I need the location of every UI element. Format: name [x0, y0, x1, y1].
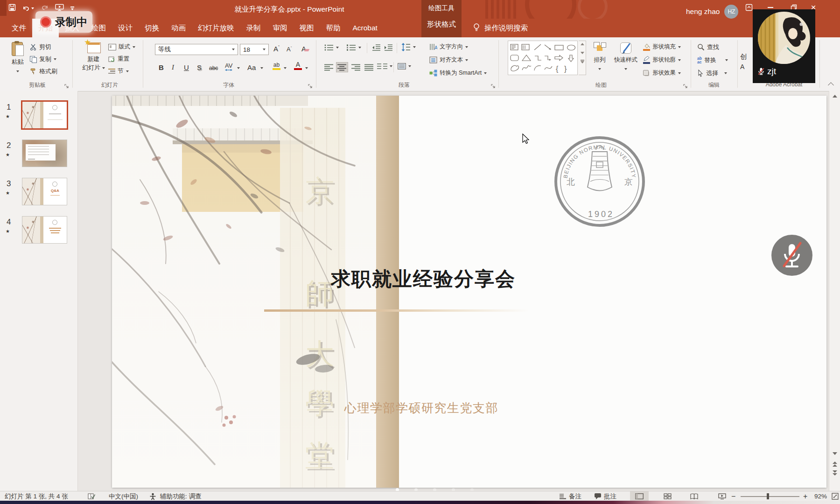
- slide-counter[interactable]: 幻灯片 第 1 张, 共 4 张: [5, 491, 68, 501]
- strikethrough-button[interactable]: abc: [209, 65, 218, 71]
- arrange-button[interactable]: 排列: [589, 42, 610, 72]
- format-painter-button[interactable]: 格式刷: [30, 67, 57, 76]
- align-center-button[interactable]: [336, 62, 348, 72]
- zoom-out-button[interactable]: −: [731, 491, 735, 501]
- tab-record[interactable]: 录制: [240, 19, 267, 37]
- slide-title[interactable]: 求职就业经验分享会: [245, 266, 602, 292]
- reading-view-button[interactable]: [685, 491, 703, 501]
- align-right-button[interactable]: [350, 62, 362, 72]
- account-user-name[interactable]: heng zhao: [686, 7, 720, 16]
- shape-outline-button[interactable]: 形状轮廓: [643, 56, 681, 64]
- font-color-button[interactable]: A: [294, 61, 302, 70]
- columns-chevron[interactable]: [390, 65, 392, 67]
- clear-formatting-button[interactable]: A: [301, 45, 309, 53]
- decrease-font-button[interactable]: Aˇ: [287, 46, 292, 53]
- paste-dropdown-chevron[interactable]: [16, 70, 19, 72]
- shape-effects-chevron[interactable]: [678, 72, 681, 74]
- gallery-more-icon[interactable]: [581, 61, 584, 63]
- previous-slide-button[interactable]: [833, 462, 837, 467]
- text-direction-button[interactable]: A 文字方向: [429, 43, 468, 51]
- reset-button[interactable]: 重置: [108, 55, 129, 63]
- normal-view-button[interactable]: [630, 491, 649, 501]
- vertical-scrollbar[interactable]: [829, 91, 840, 491]
- clipboard-dialog-launcher-icon[interactable]: [64, 82, 69, 91]
- decrease-indent-button[interactable]: [372, 44, 381, 53]
- font-name-combo[interactable]: 等线: [155, 44, 238, 55]
- cut-button[interactable]: 剪切: [30, 43, 51, 51]
- scroll-down-icon[interactable]: [833, 452, 837, 455]
- smartart-chevron[interactable]: [484, 72, 487, 74]
- tab-file[interactable]: 文件: [6, 19, 32, 37]
- zoom-level[interactable]: 92%: [814, 491, 827, 501]
- add-remove-columns-button[interactable]: [398, 63, 411, 70]
- italic-button[interactable]: I: [172, 63, 174, 71]
- animation-star-icon[interactable]: ★: [6, 229, 10, 234]
- quick-styles-button[interactable]: 快速样式: [611, 42, 640, 72]
- select-chevron[interactable]: [724, 72, 727, 74]
- add-remove-columns-chevron[interactable]: [408, 65, 411, 67]
- find-button[interactable]: 查找: [697, 43, 719, 51]
- replace-chevron[interactable]: [725, 59, 728, 61]
- animation-star-icon[interactable]: ★: [6, 152, 10, 157]
- font-dialog-launcher-icon[interactable]: [308, 82, 313, 91]
- create-pdf-button-clipped[interactable]: 创 A: [740, 51, 752, 72]
- justify-button[interactable]: [363, 62, 375, 72]
- bullets-button[interactable]: [324, 44, 339, 51]
- account-avatar[interactable]: HZ: [724, 5, 738, 19]
- tell-me-lightbulb-icon[interactable]: [472, 22, 481, 35]
- shape-fill-chevron[interactable]: [678, 46, 681, 48]
- tab-animations[interactable]: 动画: [165, 19, 192, 37]
- fit-slide-to-window-icon[interactable]: [832, 491, 839, 501]
- slide-canvas[interactable]: 京京 師師 大大 學學 堂堂: [112, 96, 826, 488]
- slide-subtitle[interactable]: 心理学部学硕研究生党支部: [281, 400, 561, 416]
- replace-button[interactable]: abac 替换: [697, 56, 728, 64]
- line-spacing-chevron[interactable]: [413, 46, 416, 48]
- shape-outline-chevron[interactable]: [678, 59, 681, 61]
- accessibility-icon[interactable]: [149, 491, 156, 501]
- section-dropdown-chevron[interactable]: [126, 70, 129, 72]
- paragraph-dialog-launcher-icon[interactable]: [491, 82, 496, 91]
- change-case-button[interactable]: Aa: [247, 63, 256, 71]
- tell-me-search[interactable]: 操作说明搜索: [484, 23, 528, 33]
- font-name-chevron[interactable]: [232, 49, 235, 50]
- new-slide-dropdown-chevron[interactable]: [102, 67, 105, 69]
- tab-slideshow[interactable]: 幻灯片放映: [192, 19, 240, 37]
- font-size-combo[interactable]: 18: [240, 44, 269, 55]
- spellcheck-icon[interactable]: [88, 491, 95, 501]
- zoom-slider-thumb[interactable]: [767, 493, 769, 499]
- text-shadow-button[interactable]: S: [197, 63, 202, 71]
- numbering-chevron[interactable]: [358, 47, 361, 49]
- zoom-in-button[interactable]: +: [803, 491, 807, 501]
- gallery-scroll-down-icon[interactable]: [581, 52, 584, 54]
- slide-thumbnail-1[interactable]: [22, 102, 67, 128]
- gallery-scroll-up-icon[interactable]: [581, 43, 584, 45]
- animation-star-icon[interactable]: ★: [6, 190, 10, 196]
- bullets-chevron[interactable]: [336, 47, 339, 49]
- webcam-overlay[interactable]: zjt: [753, 9, 815, 83]
- layout-dropdown-chevron[interactable]: [133, 46, 135, 48]
- highlight-chevron[interactable]: [284, 67, 287, 69]
- convert-smartart-button[interactable]: 转换为 SmartArt: [429, 69, 487, 77]
- bold-button[interactable]: B: [159, 63, 164, 71]
- tab-design[interactable]: 设计: [112, 19, 139, 37]
- align-text-button[interactable]: 对齐文本: [429, 56, 468, 64]
- tab-acrobat[interactable]: Acrobat: [347, 19, 384, 37]
- comments-button[interactable]: 批注: [594, 491, 616, 501]
- shape-effects-button[interactable]: 形状效果: [643, 69, 681, 77]
- columns-button[interactable]: [377, 63, 392, 70]
- slide-sorter-view-button[interactable]: [658, 491, 677, 501]
- slide-thumbnail-2[interactable]: [22, 140, 67, 167]
- accessibility-status[interactable]: 辅助功能: 调查: [160, 491, 202, 501]
- font-size-chevron[interactable]: [263, 49, 266, 50]
- animation-star-icon[interactable]: ★: [6, 114, 10, 119]
- align-left-button[interactable]: [323, 62, 335, 72]
- font-color-chevron[interactable]: [305, 67, 308, 69]
- slide-thumbnail-4[interactable]: [22, 217, 67, 243]
- drawing-dialog-launcher-icon[interactable]: [683, 82, 688, 91]
- zoom-slider-track[interactable]: [741, 496, 799, 497]
- tab-help[interactable]: 帮助: [320, 19, 347, 37]
- select-button[interactable]: 选择: [697, 69, 727, 77]
- tab-transitions[interactable]: 切换: [139, 19, 165, 37]
- slide-thumbnail-3[interactable]: Q&A: [22, 178, 67, 205]
- copy-dropdown-chevron[interactable]: [54, 58, 56, 60]
